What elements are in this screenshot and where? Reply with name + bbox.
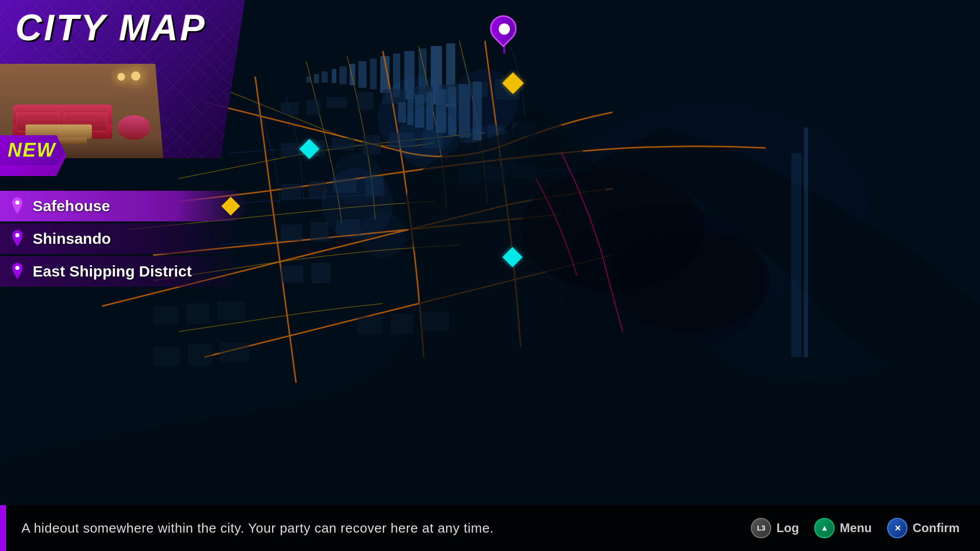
svg-rect-39 [281,265,303,283]
svg-rect-7 [339,66,347,84]
location-pin-icon [10,197,24,215]
bottom-accent [0,505,6,551]
location-description: A hideout somewhere within the city. You… [6,520,751,536]
svg-rect-71 [219,342,249,362]
svg-point-61 [378,77,459,158]
location-shinsando-name: Shinsando [33,230,240,247]
svg-rect-29 [362,135,381,155]
triangle-button[interactable]: ▲ [814,518,835,538]
location-east-shipping-name: East Shipping District [33,263,240,280]
safehouse-marker [222,197,240,216]
svg-point-77 [15,266,19,270]
purple-pin-marker [490,15,518,54]
menu-hint[interactable]: ▲ Menu [814,518,872,538]
svg-rect-8 [350,64,355,85]
svg-point-62 [322,168,393,240]
svg-rect-5 [322,71,328,83]
svg-rect-17 [281,102,299,115]
location-list: New Safehouse Shinsando East Shipping Di… [0,148,255,289]
location-item-safehouse[interactable]: Safehouse [0,191,250,221]
location-item-east-shipping[interactable]: East Shipping District [0,256,240,287]
page-title: CITY MAP [15,9,207,46]
yellow-diamond-marker [505,76,521,91]
confirm-hint[interactable]: ✕ Confirm [887,518,960,538]
l3-button[interactable]: L3 [751,518,771,538]
svg-rect-36 [281,224,302,241]
svg-rect-69 [153,347,180,366]
svg-point-60 [607,230,771,332]
svg-rect-74 [421,311,449,331]
svg-rect-10 [370,59,377,89]
svg-rect-3 [306,77,310,83]
location-pin-icon-2 [10,230,24,247]
svg-rect-40 [311,263,331,283]
cyan-diamond-marker-1 [302,142,316,156]
confirm-label: Confirm [913,521,960,535]
svg-rect-65 [804,128,808,357]
svg-rect-68 [217,301,245,320]
svg-rect-66 [153,306,179,324]
location-pin-icon-3 [10,263,24,280]
menu-label: Menu [840,521,872,535]
svg-rect-72 [357,316,383,334]
svg-rect-4 [314,74,319,83]
log-hint[interactable]: L3 Log [751,518,799,538]
button-hints: L3 Log ▲ Menu ✕ Confirm [751,518,980,538]
svg-point-75 [15,201,19,205]
new-badge: New [0,135,66,176]
svg-rect-18 [306,99,321,115]
svg-rect-20 [357,92,374,110]
title-panel: CITY MAP [0,0,245,158]
bottom-bar: A hideout somewhere within the city. You… [0,505,980,551]
svg-rect-64 [791,153,801,357]
svg-rect-9 [358,61,366,88]
svg-rect-28 [332,138,354,151]
svg-rect-19 [327,97,347,108]
svg-rect-73 [390,314,413,334]
location-item-shinsando[interactable]: Shinsando [0,223,240,254]
svg-point-76 [15,233,19,237]
log-label: Log [776,521,799,535]
svg-rect-37 [310,222,329,241]
cyan-diamond-marker-2 [505,250,520,264]
svg-rect-70 [188,344,212,366]
cross-button[interactable]: ✕ [887,518,908,538]
svg-rect-67 [186,304,209,324]
svg-rect-26 [281,143,300,157]
svg-rect-6 [332,69,336,83]
new-badge-text: New [8,139,61,161]
svg-rect-32 [281,184,301,199]
location-safehouse-name: Safehouse [33,197,224,215]
